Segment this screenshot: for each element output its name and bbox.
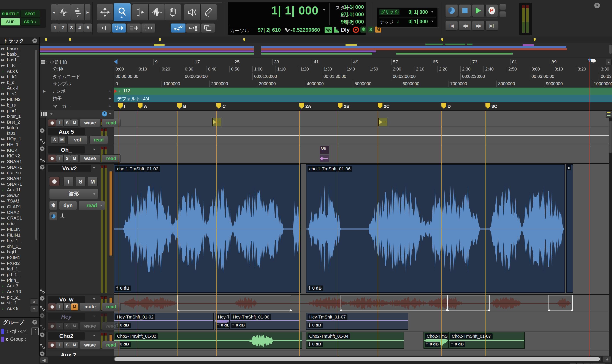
pencil-tool-button[interactable] bbox=[200, 4, 217, 21]
track-list-item[interactable]: ▶▶b_s2 bbox=[0, 91, 36, 97]
meter-add-icon[interactable]: + bbox=[108, 96, 111, 101]
track-m-button[interactable]: M bbox=[71, 303, 78, 311]
track-name-menu-icon[interactable] bbox=[93, 316, 95, 317]
scrubber-tool-button[interactable] bbox=[184, 4, 200, 21]
track-collapse-button[interactable] bbox=[40, 296, 44, 301]
marker-tag-icon[interactable] bbox=[138, 103, 142, 109]
go-to-end-button[interactable]: ▶| bbox=[486, 21, 498, 31]
track-i-button[interactable]: I bbox=[56, 322, 64, 330]
track-list-item[interactable]: ▶▶pd_1_ bbox=[0, 272, 36, 277]
zoom-in-small-button[interactable]: + bbox=[591, 363, 598, 364]
link-timeline-edit-button[interactable] bbox=[126, 23, 141, 33]
edit-vscroll-thumb[interactable] bbox=[609, 121, 612, 153]
grid-note-icon[interactable]: ♩ bbox=[397, 9, 402, 15]
clip-overlap-button[interactable] bbox=[201, 23, 215, 33]
track-list-item[interactable]: ▶▶pinr1_ bbox=[0, 108, 36, 113]
track-list-item[interactable]: ▶▶Pirin_ bbox=[0, 277, 36, 283]
edit-vscrollbar[interactable] bbox=[609, 118, 612, 356]
track-list-item[interactable]: ▶▶Brst_2 bbox=[0, 119, 36, 125]
track-name[interactable]: Cho2 bbox=[48, 332, 85, 340]
zoom-out-button[interactable]: ◀ bbox=[51, 4, 57, 21]
zoom-preset-5[interactable]: 5 bbox=[84, 23, 92, 32]
automation-follows-edit-button[interactable] bbox=[171, 23, 186, 33]
track-list-item[interactable]: kt01 bbox=[0, 130, 36, 136]
prepost-roll-icon[interactable] bbox=[353, 26, 359, 33]
elastic-audio-button[interactable] bbox=[49, 212, 57, 220]
clip-gain-badge[interactable]: 0 dB bbox=[115, 286, 131, 291]
track-list-item[interactable]: ▶▶CLAP1 bbox=[0, 204, 36, 210]
clip-audio[interactable]: Cho2-TmShft_01-070 dB bbox=[448, 332, 525, 349]
marker-tag-icon[interactable] bbox=[216, 103, 221, 109]
track-dyn-button[interactable]: dyn bbox=[59, 201, 77, 210]
automation-link-icon[interactable] bbox=[40, 288, 45, 294]
track-i-button[interactable]: I bbox=[56, 119, 64, 127]
automation-link-icon[interactable] bbox=[40, 306, 45, 311]
track-view-selector[interactable]: mute bbox=[80, 303, 100, 311]
track-collapse-button[interactable] bbox=[40, 313, 44, 318]
scroll-return-button[interactable]: ◀| bbox=[40, 357, 48, 363]
track-list-item[interactable]: ▶▶led_1_ bbox=[0, 266, 36, 272]
automation-link-icon[interactable] bbox=[40, 344, 45, 349]
ruler-label-markers[interactable]: マーカー bbox=[53, 103, 71, 109]
track-collapse-button[interactable] bbox=[40, 128, 44, 133]
column-view-menu-icon[interactable] bbox=[50, 113, 53, 115]
automation-mode-button[interactable]: read bbox=[79, 201, 105, 210]
tempo-ruler[interactable]: ♩112 bbox=[114, 88, 612, 95]
bars-ruler[interactable]: 91725334149576573818997 bbox=[114, 58, 612, 66]
grid-menu-icon[interactable] bbox=[431, 11, 433, 13]
track-m-button[interactable]: M bbox=[71, 119, 78, 127]
track-s-button[interactable]: S bbox=[64, 303, 71, 311]
track-list-item[interactable]: ↓Aux 7 bbox=[0, 283, 36, 288]
track-list-item[interactable]: ▶▶basb_ bbox=[0, 51, 36, 57]
marker-tag-icon[interactable] bbox=[486, 103, 490, 109]
automation-link-icon[interactable] bbox=[40, 139, 45, 144]
transport-ext-button-1[interactable] bbox=[499, 4, 506, 10]
fit-button[interactable]: ◀| bbox=[598, 363, 605, 364]
marker-label[interactable]: D bbox=[447, 104, 451, 109]
tempo-start-icon[interactable] bbox=[114, 89, 117, 93]
track-list-scroll-thumb[interactable] bbox=[35, 50, 37, 240]
track-list-item[interactable]: ↓Aux 11 bbox=[0, 187, 36, 193]
zoom-preset-3[interactable]: 3 bbox=[67, 23, 76, 32]
marker-label[interactable]: I bbox=[124, 104, 125, 109]
selector-tool-button[interactable] bbox=[149, 4, 165, 21]
zoom-in-button[interactable]: ▶ bbox=[85, 4, 91, 21]
hscroll-plus-button[interactable]: + bbox=[603, 356, 612, 363]
grid-value[interactable]: 0| 1| 000 bbox=[402, 9, 428, 15]
track-name-menu-icon[interactable] bbox=[93, 149, 95, 150]
track-list-item[interactable]: ▶▶bas1_ bbox=[0, 57, 36, 63]
track-name-menu-icon[interactable] bbox=[93, 335, 95, 336]
nudge-menu-icon[interactable] bbox=[431, 21, 433, 22]
marker-label[interactable]: 2B bbox=[344, 104, 350, 109]
track-list-item[interactable]: ▶▶b_k2 bbox=[0, 74, 36, 79]
track-view-selector[interactable]: wave bbox=[80, 322, 100, 330]
meter-value[interactable]: デフォルト: 4/4 bbox=[117, 96, 149, 102]
minsec-ruler[interactable]: 0:000:100:200:300:400:501:001:101:201:30… bbox=[114, 65, 612, 73]
track-m-button[interactable]: M bbox=[71, 322, 78, 330]
ruler-label-timecode[interactable]: タイムコード bbox=[53, 74, 80, 79]
track-view-selector[interactable]: wave bbox=[80, 119, 100, 127]
track-s-button[interactable]: S bbox=[64, 155, 71, 162]
track-list-item[interactable]: ▶▶b_rs bbox=[0, 102, 36, 108]
edit-corner-icon[interactable] bbox=[606, 111, 612, 118]
track-list-item[interactable]: ▶▶fxgt1_ bbox=[0, 249, 36, 255]
record-enable-button[interactable] bbox=[48, 341, 56, 349]
track-s-button[interactable]: S bbox=[51, 136, 58, 144]
track-name[interactable]: Hey bbox=[48, 313, 85, 320]
track-i-button[interactable]: I bbox=[64, 177, 73, 186]
marker-label[interactable]: A bbox=[144, 104, 147, 109]
track-s-button[interactable]: S bbox=[76, 177, 85, 186]
track-list-item[interactable]: ▶▶ura_sn bbox=[0, 170, 36, 176]
track-list-item[interactable]: ▶▶SNAR1 bbox=[0, 176, 36, 181]
grid-label[interactable]: グリッド bbox=[379, 9, 400, 15]
mode-grid-button[interactable]: GRID▼ bbox=[21, 18, 40, 26]
grabber-tool-button[interactable] bbox=[165, 4, 181, 21]
clip-audio[interactable]: Cho2-TmShft_01-020 dB bbox=[114, 332, 302, 349]
track-lane[interactable]: cho 1-TmShft_01-020 dBcho 1-TmShft_01-06… bbox=[114, 164, 612, 295]
marker-tag-icon[interactable] bbox=[299, 103, 304, 109]
clip-audio-small[interactable] bbox=[212, 118, 221, 126]
track-list-item[interactable]: ▶▶chr_1_ bbox=[0, 244, 36, 249]
clip-audio[interactable]: Hey-TmShft_01-060 dB bbox=[230, 313, 300, 330]
clip-automation[interactable] bbox=[320, 155, 329, 162]
clip-midi[interactable]: Oh bbox=[320, 146, 329, 154]
